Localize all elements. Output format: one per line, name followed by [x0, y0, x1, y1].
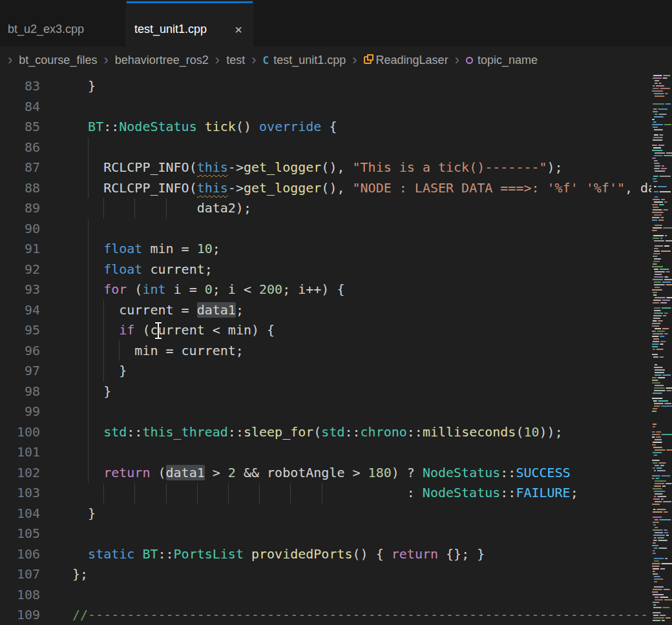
line-number: 89 [0, 198, 40, 219]
code-text: }; [40, 564, 651, 585]
code-line[interactable]: 99 [0, 402, 651, 422]
tab-bt_u2_ex3[interactable]: bt_u2_ex3.cpp [0, 0, 127, 46]
breadcrumb-item-test_unit1[interactable]: C test_unit1.cpp [263, 54, 346, 67]
code-line[interactable]: 108 [0, 585, 651, 606]
indent-guide [88, 260, 89, 280]
breadcrumb-label: behaviortree_ros2 [115, 54, 209, 67]
code-line[interactable]: 86 [0, 138, 651, 158]
indent-guide [88, 422, 89, 443]
class-symbol-icon [364, 56, 372, 64]
breadcrumb-label: test_unit1.cpp [273, 54, 346, 67]
breadcrumb-label: bt_course_files [19, 54, 97, 67]
indent-guide [88, 178, 89, 199]
code-line[interactable]: 98 } [0, 382, 651, 402]
code-line[interactable]: 90 [0, 219, 651, 240]
line-number: 106 [0, 544, 40, 565]
code-line[interactable]: 87 RCLCPP_INFO(this->get_logger(), "This… [0, 158, 651, 178]
code-text: if (current < min) { [40, 320, 651, 341]
code-text [40, 442, 651, 463]
code-text: RCLCPP_INFO(this->get_logger(), "This is… [40, 158, 651, 178]
chevron-icon: › [352, 53, 357, 67]
breadcrumb-item-bt_course_files[interactable]: bt_course_files [19, 54, 97, 67]
code-line[interactable]: 97 } [0, 361, 651, 382]
indent-guide [88, 300, 89, 321]
close-icon[interactable]: × [235, 23, 242, 36]
code-text: float min = 10; [40, 239, 651, 260]
indent-guide [88, 463, 89, 484]
indent-guide [88, 239, 89, 260]
breadcrumb-item-test[interactable]: test [226, 54, 245, 67]
breadcrumb-label: test [226, 54, 245, 67]
code-line[interactable]: 84 [0, 97, 651, 118]
indent-guide [103, 320, 104, 341]
indent-guide [322, 483, 322, 504]
code-text: BT::NodeStatus tick() override { [40, 117, 651, 138]
code-text: RCLCPP_INFO(this->get_logger(), "NODE : … [40, 178, 651, 199]
code-line[interactable]: 106 static BT::PortsList providedPorts()… [0, 544, 651, 565]
code-line[interactable]: 91 float min = 10; [0, 239, 651, 260]
code-line[interactable]: 89 data2); [0, 198, 651, 219]
minimap[interactable] [651, 74, 672, 625]
code-text: } [40, 76, 651, 97]
code-line[interactable]: 83 } [0, 76, 651, 97]
tab-test_unit1[interactable]: test_unit1.cpp × [127, 0, 253, 46]
code-text: //--------------------------------------… [40, 605, 651, 625]
line-number: 91 [0, 239, 40, 260]
line-number: 100 [0, 422, 40, 443]
indent-guide [103, 341, 104, 362]
indent-guide [134, 483, 135, 504]
line-number: 103 [0, 483, 40, 504]
code-text [40, 219, 651, 240]
indent-guide [88, 442, 89, 463]
code-line[interactable]: 103 : NodeStatus::FAILURE; [0, 483, 651, 504]
code-text: } [40, 504, 651, 524]
code-line[interactable]: 94 current = data1; [0, 300, 651, 321]
code-line[interactable]: 85 BT::NodeStatus tick() override { [0, 117, 651, 138]
line-number: 109 [0, 605, 40, 625]
code-line[interactable]: 100 std::this_thread::sleep_for(std::chr… [0, 422, 651, 443]
code-line[interactable]: 95 if (current < min) { [0, 320, 651, 341]
breadcrumb-item-topic_name[interactable]: topic_name [466, 54, 538, 67]
code-line[interactable]: 96 min = current; [0, 341, 651, 362]
indent-guide [290, 483, 291, 504]
line-number: 92 [0, 260, 40, 280]
line-number: 101 [0, 442, 40, 463]
indent-guide [119, 341, 120, 362]
breadcrumb-item-behaviortree_ros2[interactable]: behaviortree_ros2 [115, 54, 209, 67]
code-line[interactable]: 104 } [0, 504, 651, 524]
code-line[interactable]: 92 float current; [0, 260, 651, 280]
indent-guide [88, 219, 89, 240]
chevron-icon: › [215, 53, 220, 67]
code-line[interactable]: 88 RCLCPP_INFO(this->get_logger(), "NODE… [0, 178, 651, 199]
chevron-icon: › [103, 53, 108, 67]
code-text: } [40, 382, 651, 402]
line-number: 104 [0, 504, 40, 524]
code-line[interactable]: 109//-----------------------------------… [0, 605, 651, 625]
code-text: std::this_thread::sleep_for(std::chrono:… [40, 422, 651, 443]
breadcrumb-item-readinglaser[interactable]: ReadingLaser [364, 54, 448, 67]
chevron-icon: › [251, 53, 256, 67]
code-text: current = data1; [40, 300, 651, 321]
code-area[interactable]: 83 }8485 BT::NodeStatus tick() override … [0, 74, 651, 625]
line-number: 105 [0, 524, 40, 544]
code-text: data2); [40, 198, 651, 219]
chevron-icon: › [455, 53, 459, 67]
code-line[interactable]: 93 for (int i = 0; i < 200; i++) { [0, 280, 651, 300]
line-number: 90 [0, 219, 40, 240]
code-line[interactable]: 101 [0, 442, 651, 463]
line-number: 94 [0, 300, 40, 321]
line-number: 102 [0, 463, 40, 484]
code-line[interactable]: 105 [0, 524, 651, 544]
tab-bar: bt_u2_ex3.cpp test_unit1.cpp × [0, 0, 672, 46]
code-line[interactable]: 102 return (data1 > 2 && robotAngle > 18… [0, 463, 651, 484]
breadcrumb-bar: › bt_course_files › behaviortree_ros2 › … [0, 46, 672, 74]
field-symbol-icon [466, 57, 473, 64]
indent-guide [103, 198, 104, 219]
editor[interactable]: 83 }8485 BT::NodeStatus tick() override … [0, 74, 672, 625]
line-number: 99 [0, 402, 40, 422]
line-number: 98 [0, 382, 40, 402]
breadcrumb-label: ReadingLaser [376, 54, 448, 67]
code-line[interactable]: 107}; [0, 564, 651, 585]
line-number: 86 [0, 138, 40, 158]
indent-guide [88, 361, 89, 382]
